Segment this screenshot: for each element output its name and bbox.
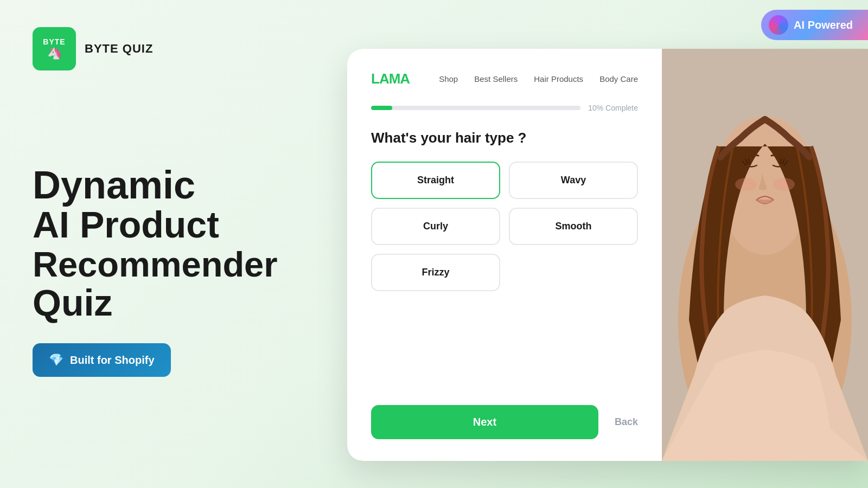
quiz-form-area: LAMA Shop Best Sellers Hair Products Bod… [347,49,662,461]
headline-section: Dynamic AI Product Recommender Quiz 💎 Bu… [33,81,326,461]
model-illustration [662,49,868,461]
option-wavy[interactable]: Wavy [509,162,638,199]
next-button[interactable]: Next [371,405,598,439]
shopify-btn-label: Built for Shopify [70,354,155,367]
progress-label: 10% Complete [588,104,638,112]
quiz-navbar: LAMA Shop Best Sellers Hair Products Bod… [371,70,638,87]
quiz-brand-logo: LAMA [371,70,410,87]
options-grid: Straight Wavy Curly Smooth Frizzy [371,162,638,291]
byte-quiz-logo: BYTE 🦄 [33,27,76,70]
model-image-panel [662,49,868,461]
back-button[interactable]: Back [615,416,638,428]
nav-links: Shop Best Sellers Hair Products Body Car… [439,74,638,84]
left-panel: BYTE 🦄 BYTE QUIZ Dynamic AI Product Reco… [0,0,358,488]
question-title: What's your hair type ? [371,130,638,146]
headline-line3: Recommender [33,245,278,284]
ai-orb-icon [769,15,788,35]
diamond-icon: 💎 [49,353,63,367]
option-smooth[interactable]: Smooth [509,208,638,245]
progress-bar-background [371,106,580,110]
ai-badge-label: AI Powered [794,19,853,31]
nav-hair-products[interactable]: Hair Products [534,74,583,84]
logo-byte-text: BYTE [43,38,65,46]
logo-area: BYTE 🦄 BYTE QUIZ [33,27,326,70]
logo-name: BYTE QUIZ [85,42,153,56]
svg-point-5 [773,178,795,191]
nav-shop[interactable]: Shop [439,74,458,84]
headline-line1: Dynamic [33,163,195,207]
option-straight[interactable]: Straight [371,162,500,199]
headline: Dynamic AI Product Recommender Quiz [33,165,326,322]
option-curly[interactable]: Curly [371,208,500,245]
nav-body-care[interactable]: Body Care [599,74,638,84]
progress-bar-fill [371,106,392,110]
shopify-button[interactable]: 💎 Built for Shopify [33,343,171,377]
headline-line2: AI Product [33,204,219,245]
logo-unicorn-icon: 🦄 [47,47,62,60]
action-row: Next Back [371,405,638,439]
headline-line4: Quiz [33,282,112,323]
option-frizzy[interactable]: Frizzy [371,254,500,291]
progress-area: 10% Complete [371,104,638,112]
quiz-container: LAMA Shop Best Sellers Hair Products Bod… [347,49,868,461]
nav-best-sellers[interactable]: Best Sellers [474,74,518,84]
svg-point-4 [735,178,757,191]
ai-powered-badge: AI Powered [761,10,868,40]
